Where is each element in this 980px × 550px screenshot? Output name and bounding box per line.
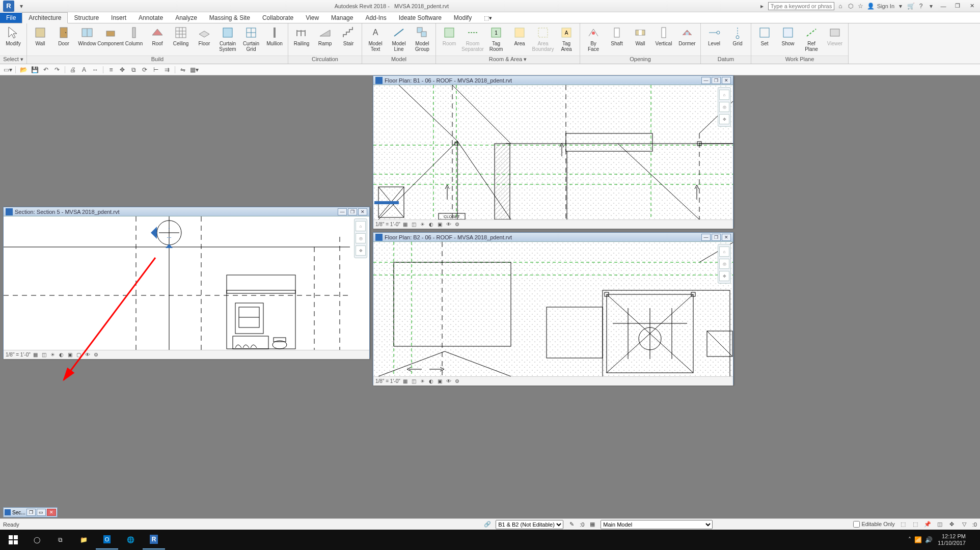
detail-level-icon[interactable]: ▦ bbox=[402, 221, 409, 228]
drag-elements-icon[interactable]: ✥ bbox=[948, 520, 956, 529]
nav-wheel-icon[interactable]: ◎ bbox=[719, 259, 729, 269]
ribbon-context-indicator[interactable]: ⬚▾ bbox=[478, 13, 498, 23]
view-section-canvas[interactable]: - --- ⌂ ◎ ✥ bbox=[4, 216, 369, 350]
save-icon[interactable]: 💾 bbox=[30, 65, 39, 74]
offset-icon[interactable]: ⇉ bbox=[162, 65, 172, 74]
tab-massing[interactable]: Massing & Site bbox=[203, 13, 256, 23]
select-links-icon[interactable]: ⬚ bbox=[899, 520, 907, 529]
signin-dropdown-icon[interactable]: ▾ bbox=[896, 2, 905, 10]
array-icon[interactable]: ▦▾ bbox=[189, 65, 199, 74]
tray-network-icon[interactable]: 📶 bbox=[914, 536, 922, 543]
help-icon[interactable]: ? bbox=[917, 2, 925, 10]
user-icon[interactable]: 👤 bbox=[867, 2, 875, 10]
view-b1-titlebar[interactable]: Floor Plan: B1 - 06 - ROOF - MVSA 2018_p… bbox=[373, 76, 733, 85]
tool-owall[interactable]: Wall bbox=[629, 24, 651, 53]
tab-structure[interactable]: Structure bbox=[68, 13, 105, 23]
dimension-icon[interactable]: ↔ bbox=[91, 65, 100, 74]
exchange-icon[interactable]: 🛒 bbox=[907, 2, 915, 10]
tool-tarea[interactable]: ATagArea bbox=[555, 24, 578, 53]
tab-annotate[interactable]: Annotate bbox=[132, 13, 169, 23]
sunpath-icon[interactable]: ☀ bbox=[49, 351, 57, 359]
nav-pan-icon[interactable]: ✥ bbox=[719, 271, 729, 281]
tool-mg[interactable]: ModelGroup bbox=[411, 24, 433, 53]
tool-shaft[interactable]: Shaft bbox=[606, 24, 628, 53]
tool-cursor[interactable]: Modify bbox=[2, 24, 24, 53]
redo-icon[interactable]: ↷ bbox=[52, 65, 62, 74]
minview-max-button[interactable]: ▭ bbox=[37, 509, 46, 516]
view-max-button[interactable]: ❐ bbox=[712, 234, 721, 241]
trim-icon[interactable]: ⊢ bbox=[151, 65, 160, 74]
signin-link[interactable]: Sign In bbox=[877, 3, 894, 9]
hide-icon[interactable]: 👁 bbox=[445, 378, 452, 385]
select-pinned-icon[interactable]: 📌 bbox=[923, 520, 932, 529]
text-icon[interactable]: A bbox=[79, 65, 89, 74]
tool-set[interactable]: Set bbox=[753, 24, 776, 53]
view-close-button[interactable]: ✕ bbox=[722, 77, 731, 84]
tab-view[interactable]: View bbox=[300, 13, 325, 23]
maximize-button[interactable]: ❐ bbox=[951, 2, 964, 11]
view-min-button[interactable]: — bbox=[701, 77, 711, 84]
shadows-icon[interactable]: ◐ bbox=[58, 351, 65, 359]
view-scale[interactable]: 1/8" = 1'-0" bbox=[6, 352, 31, 358]
tool-window[interactable]: Window bbox=[76, 24, 98, 53]
editable-only-checkbox[interactable]: Editable Only bbox=[853, 521, 895, 528]
minimized-view-tab[interactable]: Sec... ❐ ▭ ✕ bbox=[3, 507, 58, 517]
reveal-icon[interactable]: ⚙ bbox=[93, 351, 100, 359]
nav-cube[interactable]: ⌂ ◎ ✥ bbox=[718, 87, 731, 127]
taskbar-revit[interactable]: R bbox=[143, 530, 165, 549]
detail-level-icon[interactable]: ▦ bbox=[402, 378, 409, 385]
tool-vert[interactable]: Vertical bbox=[652, 24, 675, 53]
tab-analyze[interactable]: Analyze bbox=[169, 13, 203, 23]
tool-ceil[interactable]: Ceiling bbox=[170, 24, 192, 53]
tab-manage[interactable]: Manage bbox=[325, 13, 359, 23]
tab-architecture[interactable]: Architecture bbox=[22, 12, 68, 23]
view-close-button[interactable]: ✕ bbox=[358, 208, 367, 215]
view-min-button[interactable]: — bbox=[701, 234, 711, 241]
nav-pan-icon[interactable]: ✥ bbox=[356, 245, 366, 256]
tool-cg[interactable]: CurtainGrid bbox=[240, 24, 262, 53]
visual-style-icon[interactable]: ◫ bbox=[411, 221, 418, 228]
tab-addins[interactable]: Add-Ins bbox=[359, 13, 392, 23]
tab-file[interactable]: File bbox=[0, 13, 22, 23]
tool-ref[interactable]: RefPlane bbox=[800, 24, 823, 53]
close-button[interactable]: ✕ bbox=[966, 2, 978, 11]
tool-rail[interactable]: Railing bbox=[290, 24, 313, 53]
detail-level-icon[interactable]: ▦ bbox=[32, 351, 39, 359]
shadows-icon[interactable]: ◐ bbox=[428, 378, 435, 385]
crop-icon[interactable]: ▣ bbox=[437, 221, 444, 228]
view-scale[interactable]: 1/8" = 1'-0" bbox=[375, 222, 400, 227]
taskbar-outlook[interactable]: O bbox=[96, 530, 118, 549]
view-b1-canvas[interactable]: CLOSET ⌂ ◎ ✥ bbox=[373, 85, 733, 219]
nav-home-icon[interactable]: ⌂ bbox=[356, 221, 366, 231]
view-max-button[interactable]: ❐ bbox=[348, 208, 357, 215]
hide-icon[interactable]: 👁 bbox=[84, 351, 91, 359]
nav-cube[interactable]: ⌂ ◎ ✥ bbox=[354, 218, 367, 258]
start-button[interactable] bbox=[2, 530, 24, 549]
rotate-icon[interactable]: ⟳ bbox=[140, 65, 149, 74]
taskview-button[interactable]: ⧉ bbox=[49, 530, 71, 549]
taskbar-explorer[interactable]: 📁 bbox=[72, 530, 95, 549]
minview-restore-button[interactable]: ❐ bbox=[26, 509, 36, 516]
align-icon[interactable]: ≡ bbox=[106, 65, 116, 74]
tab-modify[interactable]: Modify bbox=[448, 13, 478, 23]
mirror-icon[interactable]: ⇋ bbox=[178, 65, 187, 74]
filter-icon[interactable]: ▽ bbox=[960, 520, 968, 529]
tool-roof[interactable]: Roof bbox=[146, 24, 169, 53]
minimize-button[interactable]: — bbox=[937, 2, 949, 11]
keyshot-icon[interactable]: ⬡ bbox=[847, 2, 855, 10]
tab-ideate[interactable]: Ideate Software bbox=[393, 13, 448, 23]
tool-stair[interactable]: Stair bbox=[337, 24, 360, 53]
tray-volume-icon[interactable]: 🔊 bbox=[925, 536, 933, 543]
workset-select[interactable]: B1 & B2 (Not Editable) bbox=[496, 520, 563, 529]
tool-show[interactable]: Show bbox=[777, 24, 799, 53]
open-icon[interactable]: 📂 bbox=[19, 65, 28, 74]
tool-wall[interactable]: Wall bbox=[29, 24, 51, 53]
visual-style-icon[interactable]: ◫ bbox=[411, 378, 418, 385]
tool-lvl[interactable]: Level bbox=[703, 24, 725, 53]
design-options-icon[interactable]: ▦ bbox=[588, 520, 596, 529]
tool-ramp[interactable]: Ramp bbox=[314, 24, 336, 53]
infocenter-icon[interactable]: ⌂ bbox=[836, 2, 845, 10]
tool-mul[interactable]: Mullion bbox=[263, 24, 286, 53]
qat-dropdown-icon[interactable]: ▾ bbox=[17, 2, 25, 10]
tool-door[interactable]: Door bbox=[52, 24, 75, 53]
